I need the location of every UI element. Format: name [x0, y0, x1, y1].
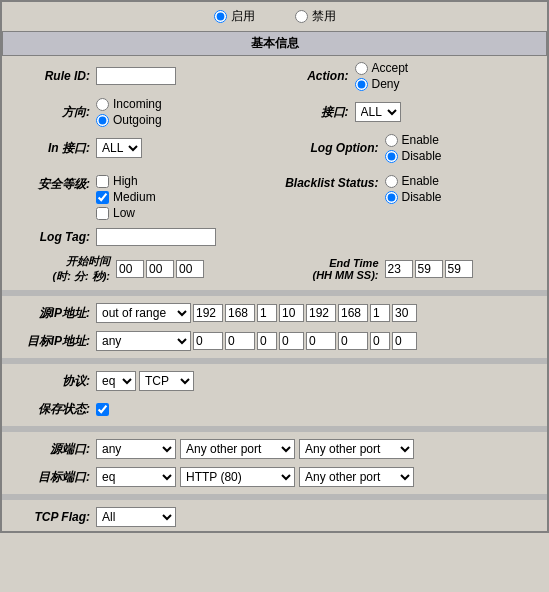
- disable-bl-option: Disable: [385, 190, 442, 204]
- src-ip1-4-input[interactable]: [279, 304, 304, 322]
- end-time-label: End Time: [275, 257, 379, 269]
- disable-log-option: Disable: [385, 149, 442, 163]
- src-ip-range-select[interactable]: out of range: [96, 303, 191, 323]
- dst-ip1-4-input[interactable]: [279, 332, 304, 350]
- outgoing-radio[interactable]: [96, 114, 109, 127]
- src-port-label: 源端口:: [50, 442, 90, 456]
- src-ip2-3-input[interactable]: [370, 304, 390, 322]
- incoming-radio[interactable]: [96, 98, 109, 111]
- low-label: Low: [113, 206, 135, 220]
- low-checkbox[interactable]: [96, 207, 109, 220]
- start-time-sub: (时: 分: 秒):: [6, 269, 110, 284]
- enable-log-option: Enable: [385, 133, 442, 147]
- section-title: 基本信息: [2, 31, 547, 56]
- outgoing-option: Outgoing: [96, 113, 162, 127]
- dst-port-op-select[interactable]: Any other port: [299, 467, 414, 487]
- src-ip1-2-input[interactable]: [225, 304, 255, 322]
- dst-ip1-1-input[interactable]: [193, 332, 223, 350]
- divider-2: [2, 358, 547, 364]
- protocol-eq-select[interactable]: eq: [96, 371, 136, 391]
- enable-radio-option: 启用: [214, 8, 255, 25]
- dst-ip1-2-input[interactable]: [225, 332, 255, 350]
- rule-id-label: Rule ID:: [45, 69, 90, 83]
- direction-label: 方向:: [62, 105, 90, 119]
- src-port-op1-select[interactable]: Any other port: [180, 439, 295, 459]
- enable-bl-option: Enable: [385, 174, 442, 188]
- in-interface-select[interactable]: ALL: [96, 138, 142, 158]
- tcp-flag-label: TCP Flag:: [34, 510, 90, 524]
- end-hh-input[interactable]: [385, 260, 413, 278]
- start-ss-input[interactable]: [176, 260, 204, 278]
- log-tag-input[interactable]: [96, 228, 216, 246]
- dst-ip2-3-input[interactable]: [370, 332, 390, 350]
- deny-label: Deny: [372, 77, 400, 91]
- interface-select[interactable]: ALL: [355, 102, 401, 122]
- dst-port-eq-select[interactable]: eq: [96, 467, 176, 487]
- incoming-option: Incoming: [96, 97, 162, 111]
- medium-label: Medium: [113, 190, 156, 204]
- low-security: Low: [96, 206, 156, 220]
- dst-ip-range-select[interactable]: any: [96, 331, 191, 351]
- incoming-label: Incoming: [113, 97, 162, 111]
- src-ip1-1-input[interactable]: [193, 304, 223, 322]
- security-label: 安全等级:: [38, 177, 90, 191]
- rule-id-input[interactable]: 10: [96, 67, 176, 85]
- disable-label: 禁用: [312, 8, 336, 25]
- start-time-label: 开始时间: [6, 254, 110, 269]
- protocol-value-select[interactable]: TCP: [139, 371, 194, 391]
- deny-radio[interactable]: [355, 78, 368, 91]
- tcp-flag-select[interactable]: All: [96, 507, 176, 527]
- enable-log-label: Enable: [402, 133, 439, 147]
- high-checkbox[interactable]: [96, 175, 109, 188]
- dst-ip2-2-input[interactable]: [338, 332, 368, 350]
- start-hh-input[interactable]: [116, 260, 144, 278]
- end-ss-input[interactable]: [445, 260, 473, 278]
- blacklist-label: Blacklist Status:: [285, 176, 378, 190]
- disable-bl-radio[interactable]: [385, 191, 398, 204]
- divider-3: [2, 426, 547, 432]
- src-port-any-select[interactable]: any: [96, 439, 176, 459]
- disable-log-radio[interactable]: [385, 150, 398, 163]
- outgoing-label: Outgoing: [113, 113, 162, 127]
- accept-label: Accept: [372, 61, 409, 75]
- action-label: Action:: [307, 69, 348, 83]
- start-mm-input[interactable]: [146, 260, 174, 278]
- accept-option: Accept: [355, 61, 409, 75]
- medium-checkbox[interactable]: [96, 191, 109, 204]
- high-label: High: [113, 174, 138, 188]
- dst-ip-label: 目标IP地址:: [27, 334, 90, 348]
- dst-port-value-select[interactable]: HTTP (80): [180, 467, 295, 487]
- protocol-label: 协议:: [62, 374, 90, 388]
- src-ip2-4-input[interactable]: [392, 304, 417, 322]
- log-option-label: Log Option:: [311, 141, 379, 155]
- dst-port-label: 目标端口:: [38, 470, 90, 484]
- enable-bl-radio[interactable]: [385, 175, 398, 188]
- high-security: High: [96, 174, 156, 188]
- in-interface-label: In 接口:: [48, 141, 90, 155]
- disable-log-label: Disable: [402, 149, 442, 163]
- disable-radio[interactable]: [295, 10, 308, 23]
- end-time-sub: (HH MM SS):: [275, 269, 379, 281]
- src-ip1-3-input[interactable]: [257, 304, 277, 322]
- save-checkbox[interactable]: [96, 403, 109, 416]
- src-ip2-2-input[interactable]: [338, 304, 368, 322]
- deny-option: Deny: [355, 77, 409, 91]
- dst-ip2-4-input[interactable]: [392, 332, 417, 350]
- enable-log-radio[interactable]: [385, 134, 398, 147]
- src-ip-label: 源IP地址:: [39, 306, 90, 320]
- src-port-op2-select[interactable]: Any other port: [299, 439, 414, 459]
- accept-radio[interactable]: [355, 62, 368, 75]
- enable-bl-label: Enable: [402, 174, 439, 188]
- divider-1: [2, 290, 547, 296]
- dst-ip1-3-input[interactable]: [257, 332, 277, 350]
- disable-radio-option: 禁用: [295, 8, 336, 25]
- enable-radio[interactable]: [214, 10, 227, 23]
- interface-label: 接口:: [321, 105, 349, 119]
- medium-security: Medium: [96, 190, 156, 204]
- src-ip2-1-input[interactable]: [306, 304, 336, 322]
- enable-label: 启用: [231, 8, 255, 25]
- divider-4: [2, 494, 547, 500]
- disable-bl-label: Disable: [402, 190, 442, 204]
- end-mm-input[interactable]: [415, 260, 443, 278]
- dst-ip2-1-input[interactable]: [306, 332, 336, 350]
